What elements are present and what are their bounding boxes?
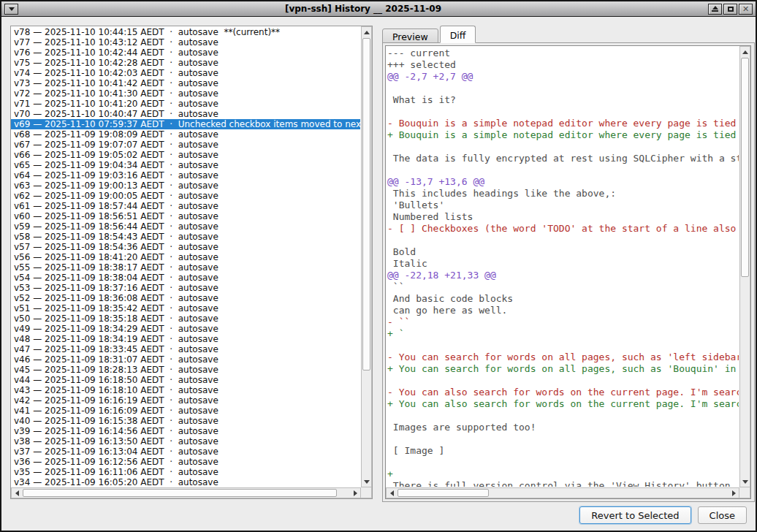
scroll-up-button[interactable]	[362, 27, 371, 37]
diff-line	[387, 375, 739, 387]
diff-line: - [ ] Checkboxes (the word 'TODO' at the…	[387, 223, 739, 235]
history-row[interactable]: v41 — 2025-11-09 16:16:09 AEDT · autosav…	[11, 406, 360, 416]
close-window-button[interactable]: ✕	[739, 4, 753, 15]
tab-preview[interactable]: Preview	[382, 28, 438, 43]
diff-line: + You can search for words on all pages,…	[387, 363, 739, 375]
history-row[interactable]: v43 — 2025-11-09 16:18:10 AEDT · autosav…	[11, 385, 360, 395]
window-titlebar[interactable]: [vpn-ssh] History __ 2025-11-09 ✕	[1, 1, 756, 17]
scroll-right-icon	[732, 490, 736, 496]
footer-button-bar: Revert to Selected Close	[579, 506, 747, 524]
diff-line: @@ -13,7 +13,6 @@	[387, 176, 739, 188]
history-row[interactable]: v77 — 2025-11-10 10:43:12 AEDT · autosav…	[11, 37, 360, 48]
history-vertical-scrollbar[interactable]	[361, 26, 372, 487]
scroll-down-icon	[364, 480, 370, 484]
history-row[interactable]: v67 — 2025-11-09 19:07:07 AEDT · autosav…	[11, 140, 360, 150]
history-row[interactable]: v70 — 2025-11-10 10:40:47 AEDT · autosav…	[11, 109, 360, 119]
history-row[interactable]: v37 — 2025-11-09 16:13:04 AEDT · autosav…	[11, 446, 360, 457]
diff-line: 'Bullets'	[387, 200, 739, 211]
history-list[interactable]: v78 — 2025-11-10 10:44:15 AEDT · autosav…	[10, 26, 373, 499]
history-row[interactable]: v62 — 2025-11-09 19:00:05 AEDT · autosav…	[11, 191, 360, 201]
scroll-up-icon	[364, 31, 370, 34]
history-row[interactable]: v57 — 2025-11-09 18:54:36 AEDT · autosav…	[11, 242, 360, 252]
history-row[interactable]: v59 — 2025-11-09 18:56:44 AEDT · autosav…	[11, 221, 360, 232]
history-row[interactable]: v47 — 2025-11-09 18:33:45 AEDT · autosav…	[11, 344, 360, 354]
history-row[interactable]: v45 — 2025-11-09 18:28:13 AEDT · autosav…	[11, 365, 360, 375]
scroll-right-button[interactable]	[350, 488, 360, 498]
history-row[interactable]: v61 — 2025-11-09 18:57:44 AEDT · autosav…	[11, 201, 360, 211]
diff-lines: --- current+++ selected@@ -2,7 +2,7 @@ W…	[387, 48, 739, 487]
history-row[interactable]: v78 — 2025-11-10 10:44:15 AEDT · autosav…	[11, 27, 360, 37]
history-row[interactable]: v46 — 2025-11-09 18:31:07 AEDT · autosav…	[11, 354, 360, 365]
history-row[interactable]: v51 — 2025-11-09 18:35:42 AEDT · autosav…	[11, 303, 360, 314]
diff-line: Images are supported too!	[387, 422, 739, 433]
diff-line: can go here as well.	[387, 305, 739, 316]
close-button[interactable]: Close	[698, 506, 747, 524]
window-menu-button[interactable]	[4, 4, 18, 15]
maximize-button[interactable]	[723, 4, 737, 15]
scroll-down-button[interactable]	[362, 476, 371, 487]
history-row[interactable]: v53 — 2025-11-09 18:37:16 AEDT · autosav…	[11, 283, 360, 293]
history-row[interactable]: v35 — 2025-11-09 16:11:06 AEDT · autosav…	[11, 467, 360, 477]
history-row[interactable]: v56 — 2025-11-09 18:41:20 AEDT · autosav…	[11, 252, 360, 262]
history-row[interactable]: v72 — 2025-11-10 10:41:30 AEDT · autosav…	[11, 88, 360, 99]
history-row[interactable]: v69 — 2025-11-10 07:59:37 AEDT · Uncheck…	[11, 119, 360, 129]
history-row[interactable]: v68 — 2025-11-09 19:08:09 AEDT · autosav…	[11, 129, 360, 140]
diff-scroll-up-button[interactable]	[740, 47, 750, 57]
history-horizontal-scrollbar[interactable]	[11, 487, 361, 498]
history-row[interactable]: v74 — 2025-11-10 10:42:03 AEDT · autosav…	[11, 68, 360, 78]
diff-line: + You can also search for words on the c…	[387, 398, 739, 410]
diff-line	[387, 235, 739, 246]
diff-view[interactable]: --- current+++ selected@@ -2,7 +2,7 @@ W…	[385, 45, 751, 499]
maximize-icon	[728, 7, 734, 12]
history-row[interactable]: v66 — 2025-11-09 19:05:02 AEDT · autosav…	[11, 150, 360, 160]
history-row[interactable]: v76 — 2025-11-10 10:42:44 AEDT · autosav…	[11, 48, 360, 58]
history-row[interactable]: v34 — 2025-11-09 16:05:20 AEDT · autosav…	[11, 477, 360, 487]
history-row[interactable]: v75 — 2025-11-10 10:42:28 AEDT · autosav…	[11, 58, 360, 68]
history-row[interactable]: v49 — 2025-11-09 18:34:29 AEDT · autosav…	[11, 324, 360, 334]
history-row[interactable]: v64 — 2025-11-09 19:03:16 AEDT · autosav…	[11, 170, 360, 180]
diff-scroll-down-button[interactable]	[740, 476, 750, 487]
history-row[interactable]: v36 — 2025-11-09 16:12:56 AEDT · autosav…	[11, 457, 360, 467]
diff-line	[387, 433, 739, 445]
history-hscroll-thumb[interactable]	[23, 489, 337, 497]
history-row[interactable]: v50 — 2025-11-09 18:35:18 AEDT · autosav…	[11, 314, 360, 324]
shade-button[interactable]	[708, 4, 722, 15]
diff-line: + `	[387, 328, 739, 340]
diff-horizontal-scrollbar[interactable]	[386, 487, 739, 498]
history-row[interactable]: v73 — 2025-11-10 10:41:42 AEDT · autosav…	[11, 78, 360, 88]
tab-diff[interactable]: Diff	[440, 26, 476, 43]
diff-line: - You can search for words on all pages,…	[387, 352, 739, 363]
diff-vertical-scrollbar[interactable]	[739, 46, 750, 487]
diff-hscroll-thumb[interactable]	[397, 489, 489, 497]
diff-line: + Bouquin is a simple notepad editor whe…	[387, 129, 739, 141]
diff-line: This includes headings like the above,:	[387, 188, 739, 200]
window-menu-icon	[9, 7, 15, 11]
history-row[interactable]: v71 — 2025-11-10 10:41:20 AEDT · autosav…	[11, 99, 360, 109]
scrollbar-corner	[361, 487, 372, 498]
history-vscroll-thumb[interactable]	[362, 38, 370, 370]
diff-line: [ Image ]	[387, 445, 739, 457]
history-row[interactable]: v54 — 2025-11-09 18:38:04 AEDT · autosav…	[11, 273, 360, 283]
history-row[interactable]: v65 — 2025-11-09 19:04:34 AEDT · autosav…	[11, 160, 360, 170]
history-row[interactable]: v42 — 2025-11-09 16:16:19 AEDT · autosav…	[11, 395, 360, 406]
history-row[interactable]: v48 — 2025-11-09 18:34:19 AEDT · autosav…	[11, 334, 360, 344]
revert-to-selected-button[interactable]: Revert to Selected	[579, 506, 691, 524]
diff-scroll-left-button[interactable]	[387, 488, 397, 498]
history-row[interactable]: v38 — 2025-11-09 16:13:50 AEDT · autosav…	[11, 436, 360, 446]
history-row[interactable]: v40 — 2025-11-09 16:15:38 AEDT · autosav…	[11, 416, 360, 426]
history-row[interactable]: v44 — 2025-11-09 16:18:50 AEDT · autosav…	[11, 375, 360, 385]
diff-line: Bold	[387, 246, 739, 258]
scroll-left-button[interactable]	[12, 488, 22, 498]
scroll-down-icon	[742, 480, 748, 484]
diff-line	[387, 340, 739, 352]
history-row[interactable]: v63 — 2025-11-09 19:00:13 AEDT · autosav…	[11, 180, 360, 191]
diff-line: +++ selected	[387, 59, 739, 71]
history-row[interactable]: v52 — 2025-11-09 18:36:08 AEDT · autosav…	[11, 293, 360, 303]
history-row[interactable]: v55 — 2025-11-09 18:38:17 AEDT · autosav…	[11, 262, 360, 273]
diff-line: - Bouquin is a simple notepad editor whe…	[387, 118, 739, 129]
history-row[interactable]: v39 — 2025-11-09 16:14:56 AEDT · autosav…	[11, 426, 360, 436]
diff-vscroll-thumb[interactable]	[741, 58, 749, 277]
history-row[interactable]: v60 — 2025-11-09 18:56:51 AEDT · autosav…	[11, 211, 360, 221]
diff-scroll-right-button[interactable]	[729, 488, 739, 498]
history-row[interactable]: v58 — 2025-11-09 18:54:43 AEDT · autosav…	[11, 232, 360, 242]
